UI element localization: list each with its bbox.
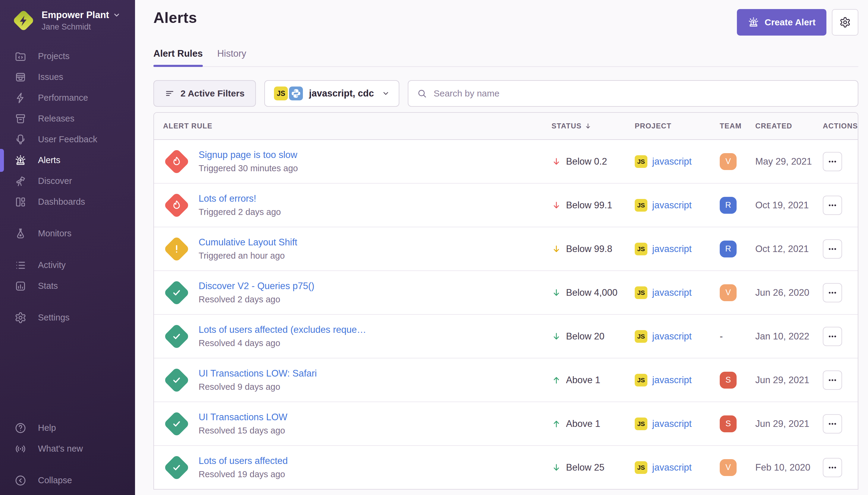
team-cell: R <box>711 197 746 214</box>
alert-rule-link[interactable]: Discover V2 - Queries p75() <box>198 281 314 291</box>
project-filter-label: javascript, cdc <box>309 88 374 99</box>
column-header-label: Status <box>552 122 582 130</box>
column-header-label: Created <box>755 122 792 130</box>
active-filters-button[interactable]: 2 Active Filters <box>153 80 256 107</box>
alert-rule-link[interactable]: Lots of errors! <box>198 193 281 204</box>
column-header-project[interactable]: Project <box>626 122 711 130</box>
status-cell: Below 20 <box>542 331 626 342</box>
created-date: Oct 19, 2021 <box>755 200 809 211</box>
fire-status-icon <box>163 192 190 219</box>
created-cell: May 29, 2021 <box>746 156 814 167</box>
project-link[interactable]: javascript <box>652 200 692 211</box>
actions-cell <box>814 283 858 302</box>
tab-alert-rules[interactable]: Alert Rules <box>153 48 203 66</box>
created-cell: Oct 19, 2021 <box>746 200 814 211</box>
app-root: Empower Plant Jane Schmidt ProjectsIssue… <box>0 0 868 495</box>
project-link[interactable]: javascript <box>652 243 692 254</box>
column-header-team[interactable]: Team <box>711 122 746 130</box>
alert-rule-text: Lots of errors!Triggered 2 days ago <box>198 193 281 217</box>
row-actions-button[interactable] <box>823 414 842 433</box>
sidebar-item-user-feedback[interactable]: User Feedback <box>0 129 135 150</box>
row-actions-button[interactable] <box>823 458 842 477</box>
project-link[interactable]: javascript <box>652 156 692 167</box>
alert-rule-link[interactable]: Lots of users affected (excludes reque… <box>198 324 366 335</box>
row-actions-button[interactable] <box>823 195 842 215</box>
column-header-label: Alert Rule <box>163 122 212 130</box>
create-alert-label: Create Alert <box>765 17 816 28</box>
row-actions-button[interactable] <box>823 152 842 171</box>
actions-cell <box>814 327 858 346</box>
alert-rule-link[interactable]: Lots of users affected <box>198 456 288 466</box>
whats-new-icon <box>15 443 27 455</box>
row-actions-button[interactable] <box>823 239 842 259</box>
alert-rule-text: Discover V2 - Queries p75()Resolved 2 da… <box>198 281 314 305</box>
sidebar-item-activity[interactable]: Activity <box>0 255 135 275</box>
team-cell: S <box>711 415 746 432</box>
status-label: Below 99.8 <box>566 243 612 254</box>
sidebar-item-what-s-new[interactable]: What's new <box>0 438 135 459</box>
alert-rule-note: Triggered 2 days ago <box>198 207 281 217</box>
trend-down-icon <box>552 288 561 297</box>
alert-rule-link[interactable]: Signup page is too slow <box>198 150 298 160</box>
sidebar-item-dashboards[interactable]: Dashboards <box>0 191 135 212</box>
trend-down-icon <box>552 463 561 472</box>
row-actions-button[interactable] <box>823 371 842 390</box>
project-link[interactable]: javascript <box>652 375 692 386</box>
table-row: Lots of errors!Triggered 2 days agoBelow… <box>154 184 858 227</box>
trend-down-icon <box>552 244 561 254</box>
alert-rule-link[interactable]: UI Transactions LOW <box>198 412 288 423</box>
javascript-platform-icon: JS <box>635 155 647 168</box>
sidebar-item-help[interactable]: Help <box>0 417 135 438</box>
sidebar-item-monitors[interactable]: Monitors <box>0 223 135 244</box>
project-filter-dropdown[interactable]: JS javascript, cdc <box>264 80 399 107</box>
created-date: Jan 10, 2022 <box>755 331 809 342</box>
table-row: UI Transactions LOW: SafariResolved 9 da… <box>154 358 858 402</box>
search-input[interactable] <box>433 88 849 99</box>
org-switcher[interactable]: Empower Plant Jane Schmidt <box>0 0 135 32</box>
alert-rule-note: Resolved 4 days ago <box>198 338 366 348</box>
sidebar-item-discover[interactable]: Discover <box>0 171 135 191</box>
column-header-actions[interactable]: Actions <box>814 122 858 130</box>
project-link[interactable]: javascript <box>652 331 692 342</box>
row-actions-button[interactable] <box>823 283 842 302</box>
check-status-icon <box>163 367 190 393</box>
table-row: Lots of users affected (excludes reque…R… <box>154 315 858 358</box>
sidebar-item-collapse[interactable]: Collapse <box>0 470 135 491</box>
tab-history[interactable]: History <box>217 48 246 66</box>
create-alert-button[interactable]: Create Alert <box>737 9 827 36</box>
check-status-icon <box>163 411 190 437</box>
sidebar-item-settings[interactable]: Settings <box>0 307 135 328</box>
trend-up-icon <box>552 419 561 429</box>
sidebar-item-label: Monitors <box>38 228 71 238</box>
search-field[interactable] <box>408 80 858 107</box>
javascript-platform-icon: JS <box>635 286 647 299</box>
project-link[interactable]: javascript <box>652 287 692 298</box>
collapse-icon <box>15 475 27 487</box>
status-label: Below 25 <box>566 462 605 473</box>
status-label: Below 99.1 <box>566 200 612 211</box>
sidebar-group: ActivityStats <box>0 255 135 296</box>
row-actions-button[interactable] <box>823 327 842 346</box>
sidebar-item-performance[interactable]: Performance <box>0 87 135 108</box>
project-link[interactable]: javascript <box>652 419 692 429</box>
discover-icon <box>15 175 27 187</box>
column-header-alert-rule[interactable]: Alert Rule <box>154 122 542 130</box>
filter-icon <box>165 89 174 98</box>
team-avatar: V <box>720 459 736 476</box>
sidebar-item-stats[interactable]: Stats <box>0 275 135 296</box>
created-date: Feb 10, 2020 <box>755 462 811 473</box>
team-avatar-letter: V <box>726 288 731 297</box>
column-header-created[interactable]: Created <box>746 122 814 130</box>
project-link[interactable]: javascript <box>652 462 692 473</box>
actions-cell <box>814 239 858 259</box>
alert-rule-link[interactable]: Cumulative Layout Shift <box>198 237 297 248</box>
sidebar-item-issues[interactable]: Issues <box>0 67 135 87</box>
alert-rule-link[interactable]: UI Transactions LOW: Safari <box>198 368 317 379</box>
settings-button[interactable] <box>832 9 858 36</box>
sidebar-item-projects[interactable]: Projects <box>0 46 135 67</box>
sidebar-item-alerts[interactable]: Alerts <box>0 150 135 171</box>
sidebar-item-releases[interactable]: Releases <box>0 108 135 129</box>
column-header-status[interactable]: Status <box>542 122 626 130</box>
projects-icon <box>15 50 27 63</box>
sidebar-item-label: User Feedback <box>38 134 97 144</box>
